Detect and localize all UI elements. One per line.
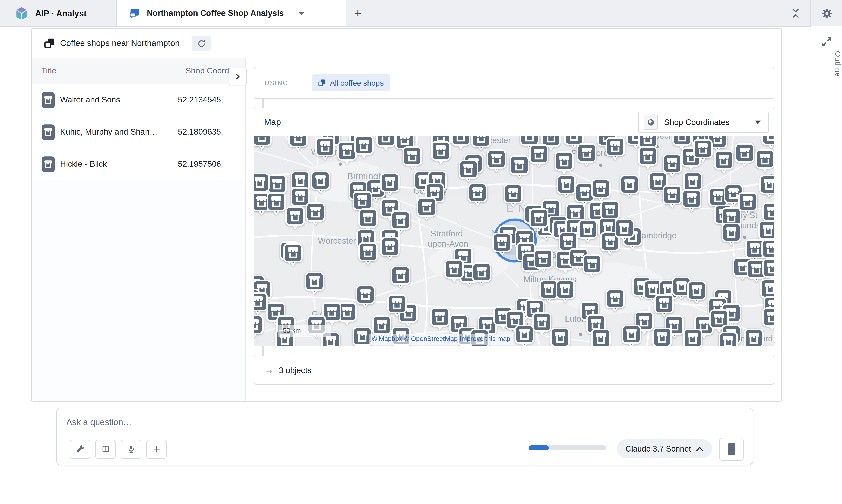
storefront-pin-icon[interactable] [694,140,712,161]
storefront-pin-icon[interactable] [392,211,410,232]
storefront-pin-icon[interactable] [316,138,334,159]
storefront-pin-icon[interactable] [381,174,399,195]
storefront-pin-icon[interactable] [504,185,522,206]
storefront-pin-icon[interactable] [460,160,477,181]
storefront-pin-icon[interactable] [719,332,737,345]
new-tab-button[interactable]: + [348,4,367,22]
tools-button[interactable] [70,440,90,458]
storefront-pin-icon[interactable] [432,142,450,163]
table-row[interactable]: Kuhic, Murphy and Shan…52.1809635, [32,116,245,148]
storefront-pin-icon[interactable] [487,150,505,171]
storefront-pin-icon[interactable] [555,152,573,173]
table-row[interactable]: Walter and Sons52.2134545, [32,84,245,116]
storefront-pin-icon[interactable] [307,203,324,224]
storefront-pin-icon[interactable] [357,286,374,307]
storefront-pin-icon[interactable] [745,329,763,345]
storefront-pin-icon[interactable] [388,295,406,316]
add-button[interactable] [146,440,167,458]
storefront-pin-icon[interactable] [355,136,373,158]
storefront-pin-icon[interactable] [286,207,304,228]
storefront-pin-icon[interactable] [551,328,569,345]
storefront-pin-icon[interactable] [739,193,757,214]
storefront-pin-icon[interactable] [469,184,486,205]
storefront-pin-icon[interactable] [452,136,470,148]
storefront-pin-icon[interactable] [762,240,774,261]
storefront-pin-icon[interactable] [418,198,435,219]
storefront-pin-icon[interactable] [359,209,377,230]
storefront-pin-icon[interactable] [540,281,558,302]
storefront-pin-icon[interactable] [254,136,271,149]
storefront-pin-icon[interactable] [663,186,681,207]
storefront-pin-icon[interactable] [530,209,548,230]
map-attribution[interactable]: © Mapbox © OpenStreetMap Improve this ma… [369,334,514,345]
stop-button[interactable] [719,438,744,461]
collapse-vertical-button[interactable] [785,3,806,23]
storefront-pin-icon[interactable] [579,220,596,241]
storefront-pin-icon[interactable] [534,250,552,271]
storefront-pin-icon[interactable] [763,308,774,329]
storefront-pin-icon[interactable] [592,180,610,201]
storefront-pin-icon[interactable] [473,263,490,284]
all-coffee-shops-chip[interactable]: All coffee shops [312,74,390,91]
storefront-pin-icon[interactable] [592,329,610,345]
storefront-pin-icon[interactable] [655,295,673,316]
layer-selector-dropdown[interactable]: Shop Coordinates [638,112,769,133]
storefront-pin-icon[interactable] [606,290,624,311]
storefront-pin-icon[interactable] [392,266,410,287]
storefront-pin-icon[interactable] [673,136,691,148]
tab-northampton-analysis[interactable]: Northampton Coffee Shop Analysis [116,0,346,26]
storefront-pin-icon[interactable] [688,282,706,303]
storefront-pin-icon[interactable] [557,176,575,197]
storefront-pin-icon[interactable] [762,136,774,148]
storefront-pin-icon[interactable] [377,136,395,149]
storefront-pin-icon[interactable] [445,260,463,281]
storefront-pin-icon[interactable] [663,155,681,176]
storefront-pin-icon[interactable] [530,145,548,166]
storefront-pin-icon[interactable] [254,316,263,337]
expand-panel-button[interactable] [819,34,835,50]
column-header-title[interactable]: Title [41,58,56,84]
storefront-pin-icon[interactable] [763,259,774,280]
storefront-pin-icon[interactable] [472,136,490,150]
objects-summary-card[interactable]: → 3 objects [254,356,774,385]
storefront-pin-icon[interactable] [404,147,421,168]
storefront-pin-icon[interactable] [556,281,574,302]
storefront-pin-icon[interactable] [381,238,399,259]
question-input[interactable] [65,416,475,434]
storefront-pin-icon[interactable] [736,144,754,165]
refresh-button[interactable] [192,36,211,51]
storefront-pin-icon[interactable] [578,144,595,165]
storefront-pin-icon[interactable] [267,193,285,214]
tab-caret-down-icon[interactable] [299,12,304,15]
storefront-pin-icon[interactable] [354,327,371,345]
storefront-pin-icon[interactable] [606,138,624,159]
storefront-pin-icon[interactable] [312,172,329,193]
storefront-pin-icon[interactable] [623,325,641,345]
storefront-pin-icon[interactable] [684,329,702,345]
outline-tab-label[interactable]: Outline [811,51,842,77]
storefront-pin-icon[interactable] [722,223,740,245]
storefront-pin-icon[interactable] [510,156,528,177]
storefront-pin-icon[interactable] [615,219,633,240]
storefront-pin-icon[interactable] [254,293,267,314]
storefront-pin-icon[interactable] [756,150,774,171]
storefront-pin-icon[interactable] [516,325,533,345]
storefront-pin-icon[interactable] [289,136,307,150]
storefront-pin-icon[interactable] [639,147,657,168]
storefront-pin-icon[interactable] [254,174,269,195]
model-selector[interactable]: Claude 3.7 Sonnet [617,439,712,458]
expand-table-button[interactable] [229,68,247,85]
storefront-pin-icon[interactable] [431,308,449,329]
settings-button[interactable] [817,3,837,23]
storefront-pin-icon[interactable] [715,151,733,172]
table-row[interactable]: Hickle - Blick52.1957506, [32,148,245,180]
storefront-pin-icon[interactable] [493,234,511,255]
knowledge-button[interactable] [95,440,116,458]
storefront-pin-icon[interactable] [359,243,377,264]
storefront-pin-icon[interactable] [760,176,774,197]
storefront-pin-icon[interactable] [338,142,356,163]
storefront-pin-icon[interactable] [533,313,551,334]
storefront-pin-icon[interactable] [306,272,323,293]
storefront-pin-icon[interactable] [621,176,639,197]
storefront-pin-icon[interactable] [583,255,601,276]
